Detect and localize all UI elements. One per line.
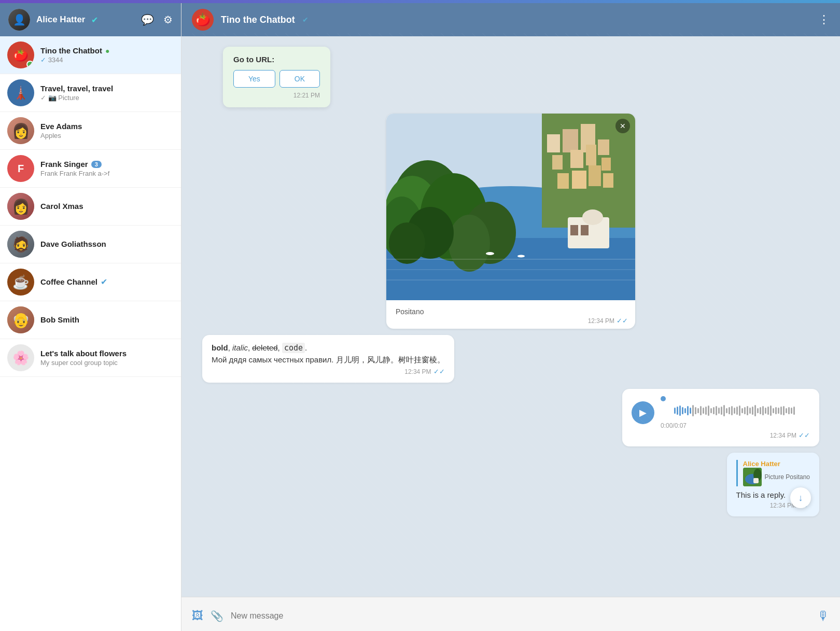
sidebar-header: 👤 Alice Hatter ✔ 💬 ⚙: [0, 3, 181, 36]
chat-avatar-flowers: 🌸: [7, 344, 34, 371]
svg-rect-42: [697, 408, 699, 413]
chat-item-bob[interactable]: 👴 Bob Smith: [0, 301, 181, 339]
sidebar-avatar: 👤: [8, 9, 30, 31]
photo-collapse-icon[interactable]: ✕: [615, 119, 630, 133]
svg-rect-12: [557, 173, 569, 189]
settings-icon[interactable]: ⚙: [163, 13, 173, 26]
photo-message: ✕: [386, 114, 635, 329]
deleted-text: deleted: [252, 343, 277, 352]
svg-rect-30: [386, 279, 635, 281]
svg-point-25: [449, 215, 490, 272]
url-dialog-title: Go to URL:: [233, 55, 320, 64]
svg-rect-37: [684, 408, 686, 413]
reply-quote-text: Picture Positano: [765, 473, 810, 481]
svg-rect-83: [753, 478, 759, 483]
svg-rect-7: [598, 139, 609, 155]
svg-rect-57: [736, 406, 738, 415]
messages-area: Go to URL: Yes OK 12:21 PM ✕: [181, 36, 840, 597]
sidebar-verified-icon: ✔: [91, 15, 98, 25]
svg-rect-75: [783, 406, 785, 415]
chat-item-eve[interactable]: 👩 Eve Adams Apples: [0, 112, 181, 150]
chat-item-tino[interactable]: 🍅 Tino the Chatbot ● ✓ 3344: [0, 36, 181, 74]
svg-point-19: [582, 209, 603, 225]
reply-quote-content: Alice Hatter: [743, 460, 810, 486]
svg-rect-36: [682, 407, 683, 414]
chat-item-carol[interactable]: 👩 Carol Xmas: [0, 188, 181, 226]
svg-rect-51: [721, 406, 722, 415]
chat-item-travel[interactable]: 🗼 Travel, travel, travel ✓ 📷 Picture: [0, 74, 181, 112]
chat-name-frank: Frank Singer: [40, 160, 88, 169]
chat-info-bob: Bob Smith: [40, 315, 174, 325]
voice-msg-time: 12:34 PM: [770, 432, 796, 439]
url-ok-button[interactable]: OK: [279, 70, 320, 88]
chat-name-travel: Travel, travel, travel: [40, 84, 113, 93]
svg-rect-48: [713, 407, 715, 414]
svg-point-27: [389, 222, 425, 264]
reply-quote-text-row: Picture Positano: [743, 468, 810, 486]
compose-icon[interactable]: 💬: [141, 13, 154, 26]
svg-rect-49: [716, 406, 717, 415]
svg-rect-72: [775, 407, 777, 414]
chat-info-flowers: Let's talk about flowers My super cool g…: [40, 349, 174, 367]
svg-rect-47: [710, 408, 712, 413]
url-dialog: Go to URL: Yes OK 12:21 PM: [223, 47, 330, 107]
chat-item-coffee[interactable]: ☕ Coffee Channel ✔: [0, 263, 181, 301]
microphone-icon[interactable]: 🎙: [817, 609, 830, 623]
chat-item-dave[interactable]: 🧔 Dave Goliathsson: [0, 226, 181, 263]
code-text: code: [282, 343, 305, 353]
chat-header-verified-icon: ✔: [302, 16, 309, 24]
chat-item-frank[interactable]: F Frank Singer 3 Frank Frank Frank a->f: [0, 150, 181, 188]
svg-rect-55: [731, 406, 733, 415]
chat-header-name: Tino the Chatbot: [221, 15, 295, 25]
svg-rect-17: [570, 225, 578, 235]
svg-rect-62: [749, 408, 751, 414]
text-msg-check-icon: ✓✓: [433, 368, 445, 375]
main-area: 👤 Alice Hatter ✔ 💬 ⚙ 🍅: [0, 3, 840, 631]
chat-info-frank: Frank Singer 3 Frank Frank Frank a->f: [40, 160, 174, 177]
chat-name-row-frank: Frank Singer 3: [40, 160, 174, 169]
voice-play-button[interactable]: ▶: [632, 401, 654, 424]
chat-name-dave: Dave Goliathsson: [40, 240, 106, 248]
file-attach-icon[interactable]: 📎: [211, 610, 223, 622]
url-yes-button[interactable]: Yes: [233, 70, 275, 88]
chat-item-flowers[interactable]: 🌸 Let's talk about flowers My super cool…: [0, 339, 181, 377]
russian-text: Мой дядя самых честных правил. 月儿明，风儿静。树…: [212, 355, 445, 364]
svg-rect-11: [601, 158, 611, 171]
svg-rect-4: [547, 134, 560, 152]
sidebar: 👤 Alice Hatter ✔ 💬 ⚙ 🍅: [0, 3, 181, 631]
chat-info-carol: Carol Xmas: [40, 202, 174, 212]
svg-rect-61: [747, 406, 748, 415]
svg-rect-59: [741, 408, 743, 413]
svg-rect-79: [793, 406, 795, 415]
bold-text: bold: [212, 343, 228, 352]
scroll-down-button[interactable]: ↓: [790, 487, 811, 508]
chat-name-row-carol: Carol Xmas: [40, 202, 174, 211]
svg-rect-58: [739, 405, 740, 416]
italic-text: italic: [232, 343, 248, 352]
svg-rect-44: [703, 408, 704, 414]
more-options-icon[interactable]: ⋮: [818, 13, 830, 26]
chat-badge-frank: 3: [91, 161, 102, 168]
chat-name-row-flowers: Let's talk about flowers: [40, 349, 174, 358]
chat-preview-eve: Apples: [40, 132, 174, 139]
voice-message: ▶: [622, 389, 819, 446]
photo-time-text: 12:34 PM: [588, 317, 614, 325]
svg-rect-54: [729, 407, 730, 414]
message-input[interactable]: [231, 611, 810, 621]
reply-quote-thumb: [743, 468, 762, 486]
svg-rect-39: [690, 408, 691, 414]
svg-rect-15: [603, 173, 613, 188]
svg-rect-10: [586, 145, 596, 165]
online-dot-tino: [26, 61, 34, 68]
svg-rect-52: [723, 405, 725, 416]
chat-name-carol: Carol Xmas: [40, 202, 83, 211]
svg-rect-18: [581, 225, 589, 235]
photo-attach-icon[interactable]: 🖼: [192, 609, 203, 623]
chat-name-tino: Tino the Chatbot: [40, 46, 102, 55]
chat-name-bob: Bob Smith: [40, 315, 79, 324]
sidebar-username: Alice Hatter: [36, 15, 85, 25]
svg-rect-46: [708, 405, 709, 416]
svg-rect-77: [788, 407, 790, 414]
photo-time: 12:34 PM ✓✓: [394, 317, 628, 325]
check-travel: ✓: [40, 94, 48, 102]
